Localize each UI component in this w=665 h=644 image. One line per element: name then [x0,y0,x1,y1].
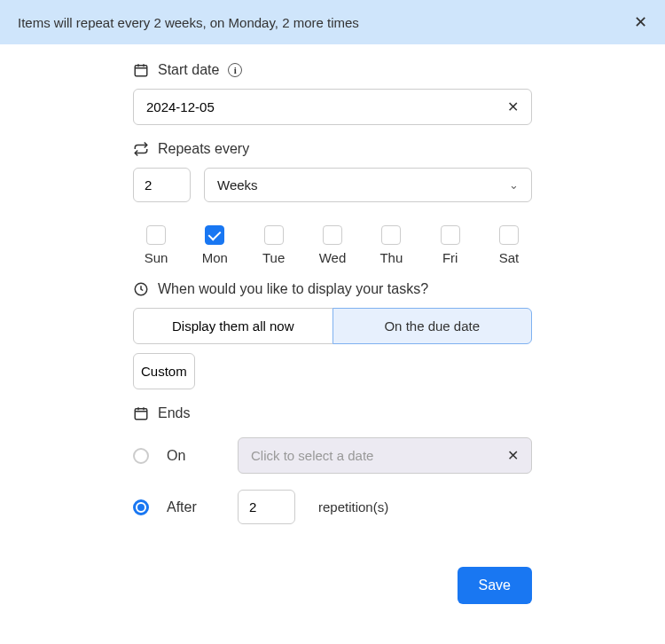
clock-icon [133,281,149,297]
repetitions-label: repetition(s) [318,499,388,514]
day-thu[interactable]: Thu [372,225,411,265]
start-date-label: Start date i [133,62,532,78]
svg-rect-2 [135,409,147,420]
day-wed-checkbox[interactable] [323,225,342,245]
start-date-field[interactable] [146,99,507,114]
day-sat-label: Sat [499,250,520,265]
day-wed-label: Wed [319,250,347,265]
day-tue[interactable]: Tue [254,225,293,265]
repeats-label: Repeats every [133,141,532,157]
banner-close-button[interactable]: ✕ [634,12,647,32]
day-sun-checkbox[interactable] [146,225,166,245]
day-tue-checkbox[interactable] [264,225,284,245]
ends-on-date-input[interactable]: ✕ [238,437,532,474]
day-sat[interactable]: Sat [489,225,528,265]
info-icon[interactable]: i [228,63,242,77]
day-sun[interactable]: Sun [137,225,176,265]
start-date-label-text: Start date [158,62,219,78]
ends-after-count-input[interactable] [238,490,295,524]
ends-on-date-field[interactable] [251,448,507,463]
ends-on-label: On [167,448,220,464]
day-fri-checkbox[interactable] [441,225,460,245]
ends-after-label: After [167,499,220,515]
banner-text: Items will repeat every 2 weeks, on Mond… [18,15,359,30]
ends-on-radio[interactable] [133,448,149,464]
display-label-text: When would you like to display your task… [158,281,428,297]
ends-label: Ends [133,405,532,421]
repeat-interval-input[interactable] [133,168,191,202]
day-mon-checkbox[interactable] [205,225,224,245]
repeat-unit-select[interactable]: Weeks ⌄ [204,168,532,202]
repeat-icon [133,141,149,157]
repeat-interval-field[interactable] [145,177,179,192]
calendar-icon [133,62,149,78]
ends-after-count-field[interactable] [249,499,284,514]
start-date-input[interactable]: ✕ [133,89,532,125]
day-sat-checkbox[interactable] [499,225,519,245]
repeats-label-text: Repeats every [158,141,249,157]
repeat-unit-value: Weeks [217,177,258,192]
save-button[interactable]: Save [458,567,532,604]
weekday-selector: Sun Mon Tue Wed Thu Fri Sat [133,225,532,265]
day-tue-label: Tue [262,250,285,265]
ends-label-text: Ends [158,405,190,421]
day-fri-label: Fri [442,250,458,265]
day-mon[interactable]: Mon [195,225,234,265]
ends-after-radio[interactable] [133,499,149,515]
clear-start-date-button[interactable]: ✕ [507,98,519,115]
day-mon-label: Mon [202,250,228,265]
day-sun-label: Sun [145,250,168,265]
calendar-icon [133,405,149,421]
clear-ends-date-button[interactable]: ✕ [507,447,519,464]
chevron-down-icon: ⌄ [509,178,519,192]
day-fri[interactable]: Fri [431,225,470,265]
day-thu-label: Thu [379,250,403,265]
recurrence-form: Start date i ✕ Repeats every Weeks ⌄ Sun… [133,62,532,622]
display-all-now-button[interactable]: Display them all now [133,308,333,344]
display-custom-button[interactable]: Custom [133,353,195,389]
display-on-due-date-button[interactable]: On the due date [332,308,533,344]
svg-rect-0 [135,66,147,76]
day-thu-checkbox[interactable] [381,225,401,245]
day-wed[interactable]: Wed [313,225,352,265]
display-label: When would you like to display your task… [133,281,532,297]
info-banner: Items will repeat every 2 weeks, on Mond… [0,0,665,44]
